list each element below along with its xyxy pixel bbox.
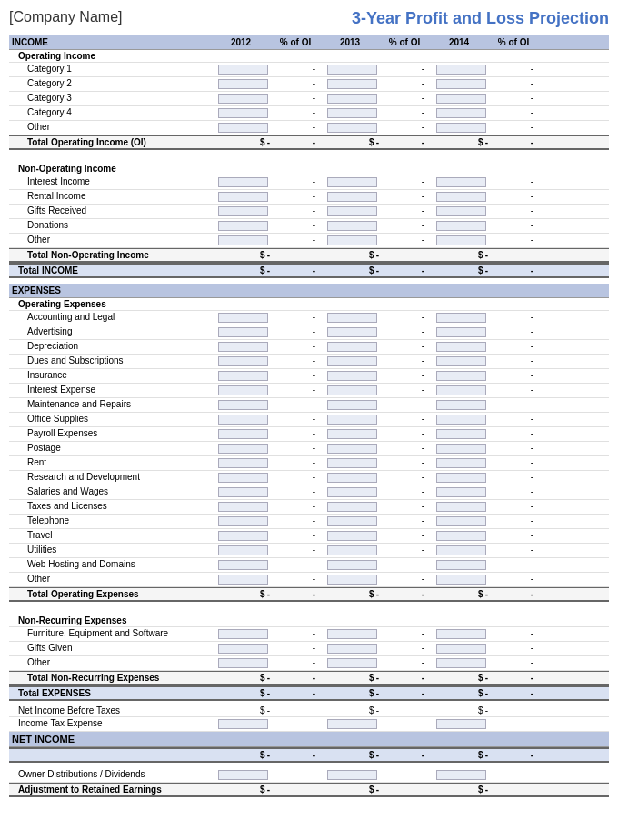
dues-2014[interactable] [436, 356, 486, 366]
rent-2012[interactable] [218, 458, 268, 468]
oe-other-2014[interactable] [436, 575, 486, 585]
owner-dist-2012[interactable] [218, 770, 268, 780]
salaries-2012[interactable] [218, 487, 268, 497]
depreciation-2014[interactable] [436, 342, 486, 352]
cat2-2012-input[interactable] [218, 79, 268, 89]
utilities-2014[interactable] [436, 545, 486, 555]
interest-expense-2014[interactable] [436, 385, 486, 395]
cat3-2014-input[interactable] [436, 94, 486, 104]
nre-other-2013[interactable] [327, 658, 377, 668]
postage-2014[interactable] [436, 444, 486, 454]
acct-legal-2014[interactable] [436, 313, 486, 323]
cat2-2014-input[interactable] [436, 79, 486, 89]
cat1-2012-input[interactable] [218, 65, 268, 75]
gifts-given-2014[interactable] [436, 644, 486, 654]
furniture-2012[interactable] [218, 629, 268, 639]
office-supplies-2014[interactable] [436, 415, 486, 425]
rnd-2013[interactable] [327, 473, 377, 483]
cat1-2014-input[interactable] [436, 65, 486, 75]
oe-other-2012[interactable] [218, 575, 268, 585]
maintenance-2014[interactable] [436, 400, 486, 410]
depreciation-2013[interactable] [327, 342, 377, 352]
dues-2013[interactable] [327, 356, 377, 366]
interest-income-2012[interactable] [218, 177, 268, 187]
nre-other-2014[interactable] [436, 658, 486, 668]
interest-income-2013[interactable] [327, 177, 377, 187]
payroll-2013[interactable] [327, 429, 377, 439]
insurance-2012[interactable] [218, 371, 268, 381]
rental-income-2014[interactable] [436, 192, 486, 202]
postage-2013[interactable] [327, 444, 377, 454]
salaries-2014[interactable] [436, 487, 486, 497]
cat2-2013-input[interactable] [327, 79, 377, 89]
payroll-2012[interactable] [218, 429, 268, 439]
cat4-2014-input[interactable] [436, 108, 486, 118]
telephone-2012[interactable] [218, 516, 268, 526]
telephone-2013[interactable] [327, 516, 377, 526]
tax-2013-input[interactable] [327, 719, 377, 729]
maintenance-2013[interactable] [327, 400, 377, 410]
travel-2014[interactable] [436, 531, 486, 541]
cat3-2012-input[interactable] [218, 94, 268, 104]
insurance-2014[interactable] [436, 371, 486, 381]
insurance-2013[interactable] [327, 371, 377, 381]
maintenance-2012[interactable] [218, 400, 268, 410]
taxes-2013[interactable] [327, 502, 377, 512]
dues-2012[interactable] [218, 356, 268, 366]
payroll-2014[interactable] [436, 429, 486, 439]
advertising-2013[interactable] [327, 327, 377, 337]
oi-other-2014-input[interactable] [436, 123, 486, 133]
advertising-2012[interactable] [218, 327, 268, 337]
furniture-2014[interactable] [436, 629, 486, 639]
interest-expense-2013[interactable] [327, 385, 377, 395]
rnd-2012[interactable] [218, 473, 268, 483]
oe-other-2013[interactable] [327, 575, 377, 585]
rental-income-2012[interactable] [218, 192, 268, 202]
furniture-2013[interactable] [327, 629, 377, 639]
interest-expense-2012[interactable] [218, 385, 268, 395]
owner-dist-2014[interactable] [436, 770, 486, 780]
webhosting-2012[interactable] [218, 560, 268, 570]
postage-2012[interactable] [218, 444, 268, 454]
cat4-2013-input[interactable] [327, 108, 377, 118]
interest-income-2014[interactable] [436, 177, 486, 187]
cat3-2013-input[interactable] [327, 94, 377, 104]
telephone-2014[interactable] [436, 516, 486, 526]
gifts-given-2013[interactable] [327, 644, 377, 654]
salaries-2013[interactable] [327, 487, 377, 497]
rent-2013[interactable] [327, 458, 377, 468]
travel-2013[interactable] [327, 531, 377, 541]
advertising-2014[interactable] [436, 327, 486, 337]
gifts-received-2012[interactable] [218, 206, 268, 216]
office-supplies-2013[interactable] [327, 415, 377, 425]
taxes-2012[interactable] [218, 502, 268, 512]
cat1-2013-input[interactable] [327, 65, 377, 75]
taxes-2014[interactable] [436, 502, 486, 512]
utilities-2012[interactable] [218, 545, 268, 555]
donations-2014[interactable] [436, 221, 486, 231]
webhosting-2013[interactable] [327, 560, 377, 570]
webhosting-2014[interactable] [436, 560, 486, 570]
noi-other-2013[interactable] [327, 235, 377, 245]
utilities-2013[interactable] [327, 545, 377, 555]
depreciation-2012[interactable] [218, 342, 268, 352]
donations-2012[interactable] [218, 221, 268, 231]
noi-other-2014[interactable] [436, 235, 486, 245]
office-supplies-2012[interactable] [218, 415, 268, 425]
rent-2014[interactable] [436, 458, 486, 468]
travel-2012[interactable] [218, 531, 268, 541]
acct-legal-2012[interactable] [218, 313, 268, 323]
gifts-received-2014[interactable] [436, 206, 486, 216]
gifts-received-2013[interactable] [327, 206, 377, 216]
cat4-2012-input[interactable] [218, 108, 268, 118]
acct-legal-2013[interactable] [327, 313, 377, 323]
noi-other-2012[interactable] [218, 235, 268, 245]
tax-2014-input[interactable] [436, 719, 486, 729]
oi-other-2013-input[interactable] [327, 123, 377, 133]
donations-2013[interactable] [327, 221, 377, 231]
rental-income-2013[interactable] [327, 192, 377, 202]
owner-dist-2013[interactable] [327, 770, 377, 780]
gifts-given-2012[interactable] [218, 644, 268, 654]
nre-other-2012[interactable] [218, 658, 268, 668]
tax-2012-input[interactable] [218, 719, 268, 729]
